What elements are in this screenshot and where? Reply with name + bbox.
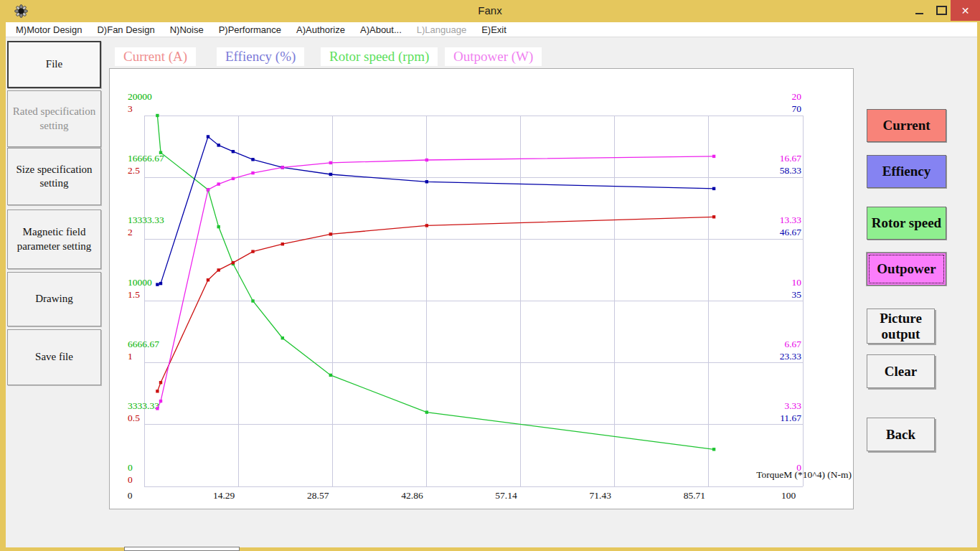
series-rotor-speed-rpm-marker-8 xyxy=(425,410,428,413)
series-rotor-speed-rpm-marker-6 xyxy=(281,336,284,339)
series-effiency-marker-5 xyxy=(251,158,254,161)
ytick-current-4: 1 xyxy=(128,351,133,362)
menu-item-l-language: L)Language xyxy=(417,24,466,35)
series-effiency-marker-1 xyxy=(159,282,162,285)
ytick-current-2: 2 xyxy=(128,227,133,237)
series-outpower-w-marker-6 xyxy=(281,166,284,169)
ytick-outpower-2: 13.33 xyxy=(780,215,802,225)
series-toggle-button-rotor-speed[interactable]: Rotor speed xyxy=(867,207,946,240)
background-window-edge xyxy=(124,547,240,551)
legend-label-rotor-speed-rpm: Rotor speed (rpm) xyxy=(321,47,438,66)
sidebar-button-save-file[interactable]: Save file xyxy=(7,329,101,385)
minimize-button[interactable] xyxy=(908,0,930,21)
close-icon: ✕ xyxy=(961,5,970,17)
xtick-6: 85.71 xyxy=(684,490,705,501)
series-effiency-marker-4 xyxy=(232,150,235,153)
menu-item-p-performance[interactable]: P)Performance xyxy=(219,24,281,35)
sidebar-button-size-specification-setting[interactable]: Size specification setting xyxy=(7,148,101,205)
series-current-a-marker-1 xyxy=(159,381,162,384)
window-title: Fanx xyxy=(0,0,980,22)
ytick-current-5: 0.5 xyxy=(128,413,140,423)
minimize-icon xyxy=(915,13,923,14)
ytick-outpower-3: 10 xyxy=(792,277,802,288)
series-current-a xyxy=(156,215,715,392)
ytick-effiency-5: 11.67 xyxy=(780,413,801,423)
series-current-a-marker-8 xyxy=(425,224,428,227)
clear-button[interactable]: Clear xyxy=(867,354,935,388)
xtick-7: 100 xyxy=(781,490,796,501)
maximize-button[interactable] xyxy=(930,0,952,21)
series-outpower-w-marker-4 xyxy=(232,177,235,180)
series-effiency-marker-3 xyxy=(217,143,220,146)
series-effiency-marker-9 xyxy=(712,187,715,190)
series-rotor-speed-rpm-marker-7 xyxy=(329,374,332,377)
series-rotor-speed-rpm-marker-9 xyxy=(712,448,715,451)
series-effiency-marker-7 xyxy=(329,173,332,176)
series-toggle-button-effiency[interactable]: Effiency xyxy=(867,155,946,188)
series-rotor-speed-rpm-line xyxy=(157,116,714,449)
series-outpower-w-marker-7 xyxy=(329,161,332,164)
ytick-effiency-3: 35 xyxy=(792,289,802,300)
ytick-current-3: 1.5 xyxy=(128,289,140,300)
menu-item-d-fan-design[interactable]: D)Fan Design xyxy=(97,24,154,35)
series-current-a-marker-7 xyxy=(329,232,332,235)
chart-panel: 200003207016666.672.516.6758.3313333.332… xyxy=(109,68,854,509)
series-rotor-speed-rpm xyxy=(156,114,715,451)
ytick-current-0: 3 xyxy=(128,103,133,114)
xtick-2: 28.57 xyxy=(307,490,329,501)
sidebar-button-drawing[interactable]: Drawing xyxy=(7,272,101,326)
series-outpower-w xyxy=(156,155,715,410)
legend-label-effiency: Effiency (%) xyxy=(217,47,304,66)
series-rotor-speed-rpm-marker-0 xyxy=(156,114,159,117)
ytick-rotor-1: 16666.67 xyxy=(128,153,164,164)
series-outpower-w-marker-0 xyxy=(156,407,159,410)
ytick-rotor-0: 20000 xyxy=(128,91,152,102)
series-rotor-speed-rpm-marker-3 xyxy=(217,225,220,228)
gridlines xyxy=(144,116,803,486)
series-outpower-w-marker-3 xyxy=(217,182,220,185)
series-toggle-button-current[interactable]: Current xyxy=(867,109,946,142)
ytick-current-1: 2.5 xyxy=(128,165,140,176)
series-current-a-line xyxy=(157,217,714,391)
ytick-effiency-1: 58.33 xyxy=(780,165,802,176)
series-effiency-line xyxy=(157,137,714,285)
menu-item-m-motor-design[interactable]: M)Motor Design xyxy=(16,24,82,35)
xtick-1: 14.29 xyxy=(213,490,235,501)
series-outpower-w-marker-8 xyxy=(425,159,428,161)
series-current-a-marker-2 xyxy=(207,278,209,281)
series-current-a-marker-6 xyxy=(281,242,284,245)
series-current-a-marker-3 xyxy=(217,268,220,271)
sidebar-button-rated-specification-setting[interactable]: Rated specification setting xyxy=(7,90,101,147)
menu-item-e-exit[interactable]: E)Exit xyxy=(481,24,507,35)
ytick-rotor-2: 13333.33 xyxy=(128,215,164,225)
ytick-rotor-6: 0 xyxy=(128,462,133,473)
series-toggle-button-outpower[interactable]: Outpower xyxy=(867,253,946,286)
xtick-0: 0 xyxy=(128,490,133,501)
sidebar-button-file[interactable]: File xyxy=(7,41,101,88)
series-current-a-marker-0 xyxy=(156,390,159,392)
picture-output-button[interactable]: Picture output xyxy=(867,309,935,344)
ytick-outpower-5: 3.33 xyxy=(784,400,801,411)
back-button[interactable]: Back xyxy=(867,418,935,451)
series-current-a-marker-4 xyxy=(232,261,235,264)
xtick-3: 42.86 xyxy=(401,490,423,501)
x-axis-title: TorqueM (*10^4) (N-m) xyxy=(756,469,852,480)
menu-item-a-authorize[interactable]: A)Authorize xyxy=(296,24,345,35)
ytick-rotor-3: 10000 xyxy=(128,277,152,288)
xtick-5: 71.43 xyxy=(590,490,612,501)
series-outpower-w-marker-1 xyxy=(159,400,162,402)
legend-label-current-a: Current (A) xyxy=(115,47,196,66)
ytick-outpower-4: 6.67 xyxy=(784,339,801,349)
ytick-rotor-4: 6666.67 xyxy=(128,339,159,349)
ytick-rotor-5: 3333.33 xyxy=(128,400,159,411)
ytick-effiency-4: 23.33 xyxy=(780,351,802,362)
close-button[interactable]: ✕ xyxy=(951,0,980,21)
menu-item-a-about[interactable]: A)About... xyxy=(360,24,402,35)
series-effiency-marker-8 xyxy=(425,180,428,183)
menu-item-n-noise[interactable]: N)Noise xyxy=(170,24,204,35)
xtick-4: 57.14 xyxy=(495,490,517,501)
series-effiency-marker-0 xyxy=(156,283,159,286)
sidebar-button-magnetic-field-parameter-setting[interactable]: Magnetic field parameter setting xyxy=(7,209,101,269)
series-outpower-w-marker-9 xyxy=(712,155,715,158)
title-bar: Fanx ✕ xyxy=(0,0,980,22)
